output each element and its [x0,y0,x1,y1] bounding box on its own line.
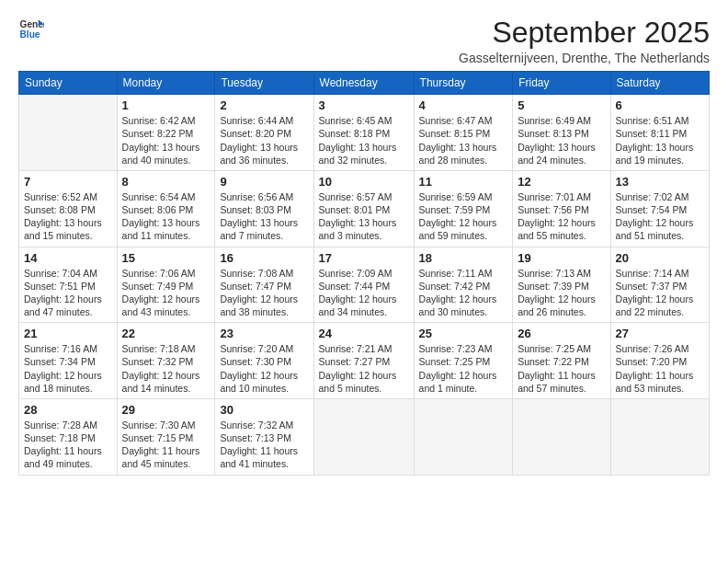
calendar-cell: 29Sunrise: 7:30 AM Sunset: 7:15 PM Dayli… [117,398,215,475]
calendar-cell: 1Sunrise: 6:42 AM Sunset: 8:22 PM Daylig… [117,95,215,171]
day-number: 11 [419,175,508,189]
day-number: 15 [122,251,210,265]
calendar-cell [513,398,610,475]
col-saturday: Saturday [610,72,709,95]
calendar-cell: 22Sunrise: 7:18 AM Sunset: 7:32 PM Dayli… [117,323,215,399]
header-row: Sunday Monday Tuesday Wednesday Thursday… [19,72,710,95]
day-info: Sunrise: 7:30 AM Sunset: 7:15 PM Dayligh… [122,419,210,471]
location: Gasselternijveen, Drenthe, The Netherlan… [459,51,710,65]
day-info: Sunrise: 7:08 AM Sunset: 7:47 PM Dayligh… [220,267,308,319]
week-row-4: 21Sunrise: 7:16 AM Sunset: 7:34 PM Dayli… [19,323,710,399]
calendar-cell: 12Sunrise: 7:01 AM Sunset: 7:56 PM Dayli… [513,170,610,247]
day-info: Sunrise: 6:44 AM Sunset: 8:20 PM Dayligh… [220,114,308,167]
calendar-cell: 11Sunrise: 6:59 AM Sunset: 7:59 PM Dayli… [414,170,513,247]
col-wednesday: Wednesday [313,72,414,95]
day-info: Sunrise: 7:23 AM Sunset: 7:25 PM Dayligh… [419,342,508,395]
calendar-cell: 30Sunrise: 7:32 AM Sunset: 7:13 PM Dayli… [215,398,313,475]
calendar-cell: 21Sunrise: 7:16 AM Sunset: 7:34 PM Dayli… [19,323,118,399]
calendar-cell: 19Sunrise: 7:13 AM Sunset: 7:39 PM Dayli… [513,247,610,323]
calendar-cell: 15Sunrise: 7:06 AM Sunset: 7:49 PM Dayli… [117,247,215,323]
col-friday: Friday [513,72,610,95]
day-info: Sunrise: 7:21 AM Sunset: 7:27 PM Dayligh… [319,342,409,395]
day-number: 17 [319,251,409,265]
day-number: 22 [122,327,210,340]
day-info: Sunrise: 7:14 AM Sunset: 7:37 PM Dayligh… [616,267,704,319]
col-monday: Monday [117,72,215,95]
day-info: Sunrise: 6:52 AM Sunset: 8:08 PM Dayligh… [24,190,112,243]
day-info: Sunrise: 6:56 AM Sunset: 8:03 PM Dayligh… [220,190,308,243]
day-info: Sunrise: 7:04 AM Sunset: 7:51 PM Dayligh… [24,267,112,319]
day-info: Sunrise: 7:25 AM Sunset: 7:22 PM Dayligh… [518,342,605,395]
week-row-3: 14Sunrise: 7:04 AM Sunset: 7:51 PM Dayli… [19,247,710,323]
day-info: Sunrise: 6:57 AM Sunset: 8:01 PM Dayligh… [319,190,409,243]
day-number: 29 [122,403,210,417]
day-info: Sunrise: 7:09 AM Sunset: 7:44 PM Dayligh… [319,267,409,319]
calendar-cell [610,398,709,475]
day-number: 24 [319,327,409,340]
day-number: 4 [419,98,508,112]
calendar-cell: 26Sunrise: 7:25 AM Sunset: 7:22 PM Dayli… [513,323,610,399]
day-number: 9 [220,175,308,189]
day-info: Sunrise: 6:47 AM Sunset: 8:15 PM Dayligh… [419,114,508,167]
week-row-5: 28Sunrise: 7:28 AM Sunset: 7:18 PM Dayli… [19,398,710,475]
calendar-cell: 20Sunrise: 7:14 AM Sunset: 7:37 PM Dayli… [610,247,709,323]
day-number: 19 [518,251,605,265]
day-info: Sunrise: 7:28 AM Sunset: 7:18 PM Dayligh… [24,419,112,471]
logo-icon: General Blue [18,17,44,42]
header: General Blue General Blue September 2025… [18,17,710,65]
day-info: Sunrise: 6:49 AM Sunset: 8:13 PM Dayligh… [518,114,605,167]
week-row-2: 7Sunrise: 6:52 AM Sunset: 8:08 PM Daylig… [19,170,710,247]
day-number: 28 [24,403,112,417]
day-number: 12 [518,175,605,189]
col-tuesday: Tuesday [215,72,313,95]
calendar-cell: 28Sunrise: 7:28 AM Sunset: 7:18 PM Dayli… [19,398,118,475]
logo: General Blue General Blue [18,17,44,42]
day-info: Sunrise: 7:18 AM Sunset: 7:32 PM Dayligh… [122,342,210,395]
calendar-cell: 10Sunrise: 6:57 AM Sunset: 8:01 PM Dayli… [313,170,414,247]
calendar-cell: 7Sunrise: 6:52 AM Sunset: 8:08 PM Daylig… [19,170,118,247]
day-info: Sunrise: 7:13 AM Sunset: 7:39 PM Dayligh… [518,267,605,319]
calendar-table: Sunday Monday Tuesday Wednesday Thursday… [18,71,710,475]
svg-text:Blue: Blue [20,29,40,40]
day-info: Sunrise: 6:42 AM Sunset: 8:22 PM Dayligh… [122,114,210,167]
day-number: 16 [220,251,308,265]
day-number: 3 [319,98,409,112]
day-number: 14 [24,251,112,265]
calendar-cell: 6Sunrise: 6:51 AM Sunset: 8:11 PM Daylig… [610,95,709,171]
day-info: Sunrise: 7:11 AM Sunset: 7:42 PM Dayligh… [419,267,508,319]
day-number: 23 [220,327,308,340]
day-info: Sunrise: 7:01 AM Sunset: 7:56 PM Dayligh… [518,190,605,243]
calendar-cell: 5Sunrise: 6:49 AM Sunset: 8:13 PM Daylig… [513,95,610,171]
calendar-cell: 4Sunrise: 6:47 AM Sunset: 8:15 PM Daylig… [414,95,513,171]
title-block: September 2025 Gasselternijveen, Drenthe… [459,17,710,65]
day-info: Sunrise: 7:20 AM Sunset: 7:30 PM Dayligh… [220,342,308,395]
day-number: 20 [616,251,704,265]
day-number: 25 [419,327,508,340]
day-info: Sunrise: 6:59 AM Sunset: 7:59 PM Dayligh… [419,190,508,243]
day-number: 2 [220,98,308,112]
day-info: Sunrise: 7:06 AM Sunset: 7:49 PM Dayligh… [122,267,210,319]
calendar-cell: 14Sunrise: 7:04 AM Sunset: 7:51 PM Dayli… [19,247,118,323]
day-number: 5 [518,98,605,112]
day-number: 21 [24,327,112,340]
day-number: 30 [220,403,308,417]
calendar-cell: 3Sunrise: 6:45 AM Sunset: 8:18 PM Daylig… [313,95,414,171]
calendar-cell: 25Sunrise: 7:23 AM Sunset: 7:25 PM Dayli… [414,323,513,399]
calendar-cell [19,95,118,171]
day-info: Sunrise: 6:54 AM Sunset: 8:06 PM Dayligh… [122,190,210,243]
day-number: 13 [616,175,704,189]
calendar-cell: 27Sunrise: 7:26 AM Sunset: 7:20 PM Dayli… [610,323,709,399]
calendar-cell [313,398,414,475]
day-number: 26 [518,327,605,340]
calendar-cell: 23Sunrise: 7:20 AM Sunset: 7:30 PM Dayli… [215,323,313,399]
day-number: 7 [24,175,112,189]
col-sunday: Sunday [19,72,118,95]
day-info: Sunrise: 7:02 AM Sunset: 7:54 PM Dayligh… [616,190,704,243]
calendar-cell: 13Sunrise: 7:02 AM Sunset: 7:54 PM Dayli… [610,170,709,247]
calendar-cell: 17Sunrise: 7:09 AM Sunset: 7:44 PM Dayli… [313,247,414,323]
day-number: 27 [616,327,704,340]
day-info: Sunrise: 6:45 AM Sunset: 8:18 PM Dayligh… [319,114,409,167]
day-number: 8 [122,175,210,189]
calendar-cell: 24Sunrise: 7:21 AM Sunset: 7:27 PM Dayli… [313,323,414,399]
day-number: 10 [319,175,409,189]
